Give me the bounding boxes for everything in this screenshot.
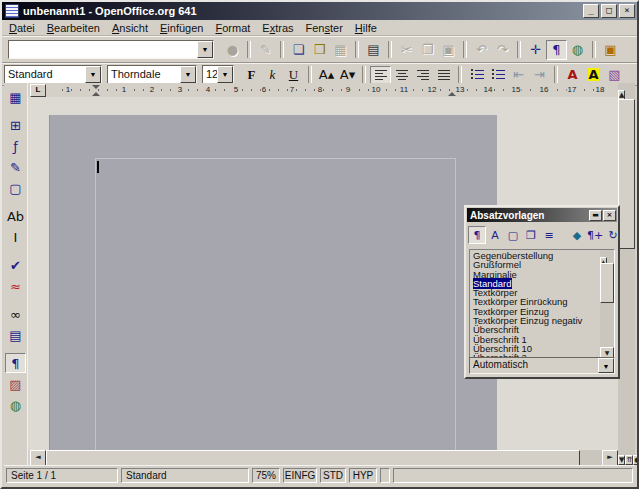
bold-button[interactable]: F: [241, 66, 262, 84]
new-document-button[interactable]: ❏: [288, 40, 309, 60]
document-page[interactable]: [49, 115, 497, 450]
style-list[interactable]: GegenüberstellungGrußformelMarginalieSta…: [469, 249, 615, 361]
url-combobox-dropdown-button[interactable]: ▼: [197, 41, 213, 58]
hyperlink-dialog-button[interactable]: ◍: [567, 40, 588, 60]
reduce-font-button[interactable]: A▾: [337, 66, 358, 84]
status-extra-field[interactable]: [393, 468, 633, 483]
page-indicator[interactable]: Seite 1 / 1: [6, 468, 118, 483]
align-center-button[interactable]: [391, 66, 412, 84]
style-list-scrollbar-thumb[interactable]: [600, 263, 614, 303]
font-name-combobox[interactable]: Thorndale▼: [107, 65, 197, 84]
find-replace-button[interactable]: ∞: [5, 304, 26, 324]
open-file-button[interactable]: ❒: [309, 40, 330, 60]
highlighting-button[interactable]: A: [583, 66, 604, 84]
increase-indent-button[interactable]: ⇥: [529, 66, 550, 84]
maximize-button[interactable]: □: [601, 4, 617, 18]
copy-button[interactable]: ❐: [417, 40, 438, 60]
stylist-titlebar[interactable]: Absatzvorlagen ▬×: [467, 208, 617, 222]
navigation-button[interactable]: ●: [633, 455, 639, 465]
save-button[interactable]: ▦: [330, 40, 351, 60]
scroll-left-button[interactable]: ◄: [30, 450, 46, 466]
menu-fenster[interactable]: Fenster: [300, 22, 349, 34]
menu-format[interactable]: Format: [209, 22, 256, 34]
menu-einfuegen[interactable]: Einfügen: [154, 22, 209, 34]
insert-fields-button[interactable]: ƒ: [5, 136, 26, 156]
menu-hilfe[interactable]: Hilfe: [349, 22, 383, 34]
left-indent-marker[interactable]: [92, 92, 100, 96]
zoom-level[interactable]: 75%: [252, 468, 280, 483]
horizontal-scrollbar[interactable]: ◄ ►: [30, 450, 618, 466]
graphics-on-off-button[interactable]: ▨: [5, 374, 26, 394]
font-size-combobox-dropdown-button[interactable]: ▼: [217, 66, 233, 83]
navigator-toggle-button[interactable]: ✛: [525, 40, 546, 60]
insert-mode-indicator[interactable]: EINFG: [283, 468, 317, 483]
style-filter-combobox[interactable]: Automatisch ▼: [469, 357, 615, 374]
undo-button[interactable]: ↶: [471, 40, 492, 60]
insert-button[interactable]: ⊞: [5, 115, 26, 135]
page-styles-button[interactable]: ❐: [522, 226, 540, 244]
gallery-button[interactable]: ▣: [600, 40, 621, 60]
stylist-stick-button[interactable]: ▬: [589, 210, 602, 221]
menu-datei[interactable]: Datei: [3, 22, 41, 34]
tab-type-selector[interactable]: L: [30, 84, 46, 97]
paste-button[interactable]: ▣: [438, 40, 459, 60]
direct-cursor-button[interactable]: I: [5, 227, 26, 247]
data-sources-button[interactable]: ▤: [5, 325, 26, 345]
bullets-on-off-button[interactable]: [487, 66, 508, 84]
style-list-scrollbar[interactable]: ▲ ▼: [600, 250, 614, 360]
stylist-window[interactable]: Absatzvorlagen ▬× ¶A▢❐≡◆¶+↻ Gegenüberste…: [464, 205, 620, 379]
auto-spellcheck-button[interactable]: ≈: [5, 276, 26, 296]
close-button[interactable]: ×: [619, 4, 635, 18]
doc-modified-indicator[interactable]: [380, 468, 390, 483]
menu-extras[interactable]: Extras: [256, 22, 299, 34]
insert-table-button[interactable]: ▦: [5, 87, 26, 107]
character-styles-button[interactable]: A: [486, 226, 504, 244]
url-combobox[interactable]: ▼: [8, 40, 214, 59]
stylist-toggle-button[interactable]: ¶: [546, 40, 567, 60]
italic-button[interactable]: k: [262, 66, 283, 84]
page-style-indicator[interactable]: Standard: [121, 468, 249, 483]
new-style-from-selection-button[interactable]: ¶+: [586, 226, 604, 244]
paragraph-style-combobox[interactable]: Standard▼: [4, 65, 102, 84]
minimize-button[interactable]: _: [583, 4, 599, 18]
stylist-close-button[interactable]: ×: [603, 210, 616, 221]
align-justify-button[interactable]: [433, 66, 454, 84]
menu-bearbeiten[interactable]: Bearbeiten: [41, 22, 106, 34]
numbering-on-off-button[interactable]: [466, 66, 487, 84]
online-layout-button[interactable]: ◍: [5, 395, 26, 415]
text-area[interactable]: [95, 158, 456, 450]
edit-file-button[interactable]: ✎: [255, 40, 276, 60]
nonprinting-characters-button[interactable]: ¶: [5, 353, 26, 373]
frame-styles-button[interactable]: ▢: [504, 226, 522, 244]
draw-functions-button[interactable]: ✎: [5, 157, 26, 177]
paragraph-background-button[interactable]: ▧: [604, 66, 625, 84]
fill-format-mode-button[interactable]: ◆: [568, 226, 586, 244]
horizontal-ruler[interactable]: L 1123456789101112131415161718: [28, 83, 618, 98]
vertical-scrollbar[interactable]: ▲▼⇈●⇊: [618, 83, 635, 466]
print-button[interactable]: ▤: [363, 40, 384, 60]
spellcheck-button[interactable]: ✔: [5, 255, 26, 275]
scroll-right-button[interactable]: ►: [602, 450, 618, 466]
update-style-button[interactable]: ↻: [604, 226, 622, 244]
align-right-button[interactable]: [412, 66, 433, 84]
font-color-button[interactable]: A: [562, 66, 583, 84]
font-size-combobox[interactable]: 12▼: [202, 65, 234, 84]
horizontal-scrollbar-thumb[interactable]: [46, 450, 580, 466]
paragraph-styles-button[interactable]: ¶: [468, 226, 486, 244]
increase-font-button[interactable]: A▴: [316, 66, 337, 84]
redo-button[interactable]: ↷: [492, 40, 513, 60]
menu-ansicht[interactable]: Ansicht: [106, 22, 154, 34]
hyperlink-mode-indicator[interactable]: HYP: [349, 468, 377, 483]
paragraph-style-combobox-dropdown-button[interactable]: ▼: [85, 66, 101, 83]
underline-button[interactable]: U: [283, 66, 304, 84]
autotext-button[interactable]: Ab: [5, 206, 26, 226]
cut-button[interactable]: ✂: [396, 40, 417, 60]
font-name-combobox-dropdown-button[interactable]: ▼: [180, 66, 196, 83]
first-line-indent-marker[interactable]: [92, 85, 100, 89]
align-left-button[interactable]: [370, 66, 391, 84]
stop-loading-button[interactable]: ●: [222, 40, 243, 60]
form-functions-button[interactable]: ▢: [5, 178, 26, 198]
style-filter-dropdown-button[interactable]: ▼: [598, 358, 614, 373]
numbering-styles-button[interactable]: ≡: [540, 226, 558, 244]
decrease-indent-button[interactable]: ⇤: [508, 66, 529, 84]
